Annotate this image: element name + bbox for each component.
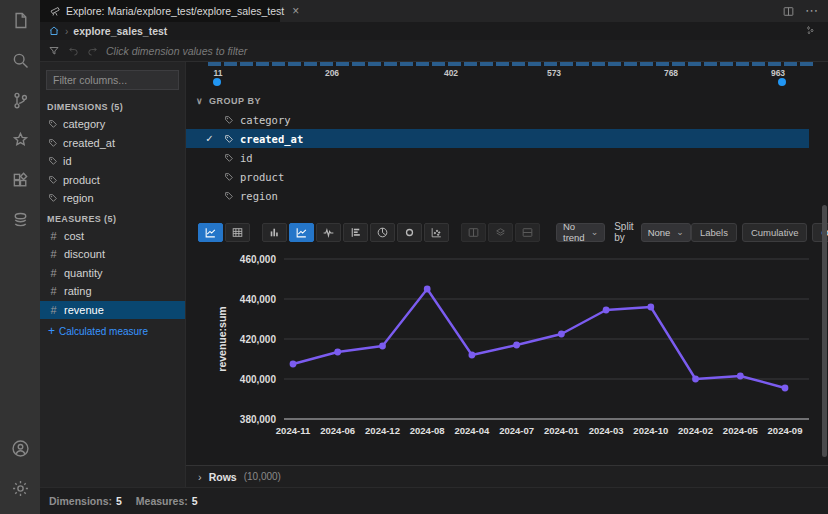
tab-explore-sales-test[interactable]: Explore: Maria/explore_test/explore_sale… bbox=[40, 0, 280, 22]
range-slider-handle-max[interactable] bbox=[778, 78, 786, 86]
status-bar: Dimensions: 5 Measures: 5 bbox=[40, 487, 828, 514]
sidebar-item-revenue[interactable]: #revenue bbox=[40, 301, 185, 320]
chart-view-button[interactable] bbox=[198, 223, 223, 242]
database-icon[interactable] bbox=[0, 200, 40, 240]
group-by-section-header[interactable]: ∨ GROUP BY bbox=[196, 96, 261, 106]
field-label: created_at bbox=[63, 137, 115, 149]
group-by-item-label: product bbox=[240, 171, 284, 183]
sidebar-item-quantity[interactable]: #quantity bbox=[40, 264, 185, 283]
close-icon[interactable]: × bbox=[292, 5, 299, 17]
measures-count-value: 5 bbox=[192, 495, 198, 507]
svg-text:2024-05: 2024-05 bbox=[723, 425, 759, 436]
split-editor-icon[interactable] bbox=[782, 5, 795, 18]
filter-columns-input[interactable] bbox=[46, 70, 179, 90]
sidebar-item-product[interactable]: product bbox=[40, 171, 185, 190]
group-by-item-id[interactable]: id bbox=[186, 148, 809, 167]
cumulative-toggle-button[interactable]: Cumulative bbox=[742, 223, 808, 242]
table-view-button[interactable] bbox=[225, 223, 250, 242]
group-by-item-label: created_at bbox=[240, 133, 303, 145]
pulse-chart-button[interactable] bbox=[316, 223, 341, 242]
slider-tick-label: 573 bbox=[536, 68, 572, 78]
slider-tick-label: 963 bbox=[760, 68, 796, 78]
tag-icon bbox=[224, 172, 234, 182]
plus-icon: + bbox=[48, 324, 55, 338]
svg-text:2024-08: 2024-08 bbox=[410, 425, 445, 436]
search-icon[interactable] bbox=[0, 40, 40, 80]
view-mode-group bbox=[198, 223, 250, 242]
hash-icon: # bbox=[48, 304, 59, 316]
svg-text:2024-09: 2024-09 bbox=[768, 425, 803, 436]
fields-sidebar: DIMENSIONS (5) categorycreated_atidprodu… bbox=[40, 62, 185, 487]
vertical-scrollbar[interactable] bbox=[822, 205, 827, 457]
stack-layers-button[interactable] bbox=[488, 223, 513, 242]
svg-text:2024-04: 2024-04 bbox=[454, 425, 490, 436]
sidebar-item-cost[interactable]: #cost bbox=[40, 227, 185, 246]
sidebar-item-region[interactable]: region bbox=[40, 189, 185, 208]
home-icon[interactable] bbox=[48, 25, 60, 37]
column-chart-button[interactable] bbox=[262, 223, 287, 242]
sidebar-item-rating[interactable]: #rating bbox=[40, 282, 185, 301]
breadcrumb: › explore_sales_test bbox=[40, 22, 828, 40]
breadcrumb-separator: › bbox=[65, 26, 68, 37]
refine-sparkle-icon[interactable] bbox=[804, 22, 828, 40]
more-actions-icon[interactable]: ⋯ bbox=[805, 8, 818, 13]
extensions-icon[interactable] bbox=[0, 160, 40, 200]
hash-icon: # bbox=[48, 248, 59, 260]
explore-main-panel: 11206402573768963 ∨ GROUP BY category✓cr… bbox=[185, 62, 828, 487]
svg-text:2024-07: 2024-07 bbox=[499, 425, 534, 436]
rows-label: Rows bbox=[209, 471, 237, 483]
sidebar-item-category[interactable]: category bbox=[40, 115, 185, 134]
group-by-item-created_at[interactable]: ✓created_at bbox=[186, 129, 809, 148]
source-control-icon[interactable] bbox=[0, 80, 40, 120]
pie-chart-button[interactable] bbox=[370, 223, 395, 242]
chart-toolbar: No trend ⌄ Split by None ⌄ Labels Cumula… bbox=[186, 220, 828, 244]
value-histogram-strip bbox=[208, 62, 813, 66]
redo-icon[interactable] bbox=[87, 45, 98, 56]
group-by-item-category[interactable]: category bbox=[186, 110, 809, 129]
extension-star-icon[interactable] bbox=[0, 120, 40, 160]
collapse-chevron-icon: ∨ bbox=[196, 96, 203, 106]
settings-gear-icon[interactable] bbox=[0, 468, 40, 508]
group-by-item-region[interactable]: region bbox=[186, 186, 809, 205]
donut-chart-button[interactable] bbox=[397, 223, 422, 242]
split-by-select[interactable]: None ⌄ bbox=[641, 223, 691, 242]
tag-icon bbox=[48, 175, 58, 185]
split-vertical-button[interactable] bbox=[461, 223, 486, 242]
range-slider-handle-min[interactable] bbox=[213, 78, 221, 86]
line-chart-button[interactable] bbox=[289, 223, 314, 242]
slider-tick-label: 206 bbox=[314, 68, 350, 78]
tag-icon bbox=[224, 115, 234, 125]
measures-header: MEASURES (5) bbox=[40, 208, 185, 227]
hash-icon: # bbox=[48, 285, 59, 297]
account-icon[interactable] bbox=[0, 428, 40, 468]
tag-icon bbox=[48, 156, 58, 166]
explorer-icon[interactable] bbox=[0, 0, 40, 40]
filter-funnel-icon[interactable] bbox=[48, 45, 60, 57]
sidebar-item-created_at[interactable]: created_at bbox=[40, 134, 185, 153]
group-by-item-label: category bbox=[240, 114, 291, 126]
breadcrumb-item[interactable]: explore_sales_test bbox=[73, 25, 167, 37]
sidebar-item-discount[interactable]: #discount bbox=[40, 245, 185, 264]
group-by-list: category✓created_atidproductregion bbox=[186, 110, 809, 205]
trend-select[interactable]: No trend ⌄ bbox=[556, 223, 605, 242]
dimensions-header: DIMENSIONS (5) bbox=[40, 96, 185, 115]
split-horizontal-button[interactable] bbox=[515, 223, 540, 242]
bar-chart-button[interactable] bbox=[343, 223, 368, 242]
field-label: category bbox=[63, 118, 105, 130]
chart-type-group bbox=[262, 223, 449, 242]
filter-bar: Click dimension values to filter bbox=[40, 40, 828, 62]
group-by-item-label: id bbox=[240, 152, 253, 164]
group-by-item-product[interactable]: product bbox=[186, 167, 809, 186]
add-calculated-measure-button[interactable]: + Calculated measure bbox=[40, 324, 185, 338]
tag-icon bbox=[224, 153, 234, 163]
tag-icon bbox=[224, 191, 234, 201]
svg-text:revenue:sum: revenue:sum bbox=[216, 306, 228, 371]
status-measures: Measures: 5 bbox=[136, 495, 198, 507]
filter-hint-text[interactable]: Click dimension values to filter bbox=[106, 45, 247, 57]
tag-icon bbox=[48, 119, 58, 129]
sidebar-item-id[interactable]: id bbox=[40, 152, 185, 171]
labels-toggle-button[interactable]: Labels bbox=[691, 223, 737, 242]
undo-icon[interactable] bbox=[68, 45, 79, 56]
scatter-chart-button[interactable] bbox=[424, 223, 449, 242]
rows-section-header[interactable]: › Rows (10,000) bbox=[186, 465, 828, 487]
